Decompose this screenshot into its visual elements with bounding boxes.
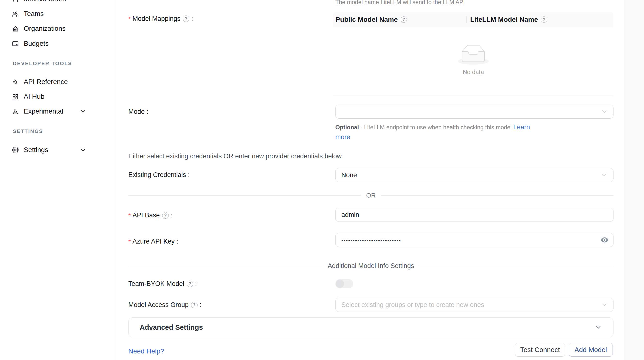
add-model-form: The model name LiteLLM will send to the … [116,0,644,360]
existing-credentials-value: None [341,172,357,179]
model-mappings-table: Public Model Name ? LiteLLM Model Name ? [333,12,614,96]
api-base-label: API Base [132,212,160,219]
required-asterisk: * [128,238,131,246]
sidebar-item-label: Settings [24,146,48,154]
right-gutter [624,0,644,360]
mode-help-text: Optional - LiteLLM endpoint to use when … [335,122,538,142]
sidebar-item-label: Experimental [24,108,63,115]
add-model-button[interactable]: Add Model [569,343,613,356]
table-header-litellm-model-name: LiteLLM Model Name ? [464,16,547,24]
advanced-settings-panel[interactable]: Advanced Settings [128,318,614,337]
table-header: Public Model Name ? LiteLLM Model Name ? [333,12,614,27]
existing-credentials-select[interactable]: None [335,168,614,182]
chevron-down-icon [601,172,608,179]
need-help-link[interactable]: Need Help? [128,348,164,355]
add-model-page: Internal Users Teams Organizations Budge… [0,0,644,360]
api-base-label-row: * API Base ? : [128,211,172,219]
column-divider [466,16,467,23]
sidebar-item-label: Internal Users [24,0,66,3]
table-body-empty: No data [333,27,614,96]
flask-icon [12,108,19,115]
help-icon[interactable]: ? [162,212,169,218]
sidebar-item-label: Organizations [24,25,66,32]
masked-password-value: •••••••••••••••••••••••••• [341,238,401,243]
bank-icon [12,26,19,32]
model-mappings-label: Model Mappings [132,15,180,22]
chevron-down-icon [601,301,608,308]
empty-box-icon [458,45,489,66]
sidebar-item-label: Teams [24,10,44,18]
help-icon[interactable]: ? [183,16,189,22]
sidebar-section-developer-tools: DEVELOPER TOOLS [13,60,72,66]
azure-api-key-label-row: * Azure API Key : [128,237,178,246]
model-mappings-label-row: * Model Mappings ? : [128,14,193,23]
required-asterisk: * [128,16,131,23]
advanced-settings-label: Advanced Settings [140,324,203,332]
sidebar-item-label: Budgets [24,40,49,48]
sidebar-item-ai-hub[interactable]: AI Hub [0,91,116,102]
table-header-public-model-name: Public Model Name ? [333,16,464,24]
sidebar-item-api-reference[interactable]: API Reference [0,76,116,88]
chevron-down-icon [80,147,86,153]
model-access-group-label-row: Model Access Group ? : [128,301,201,309]
users-icon [12,11,19,17]
sidebar-item-settings[interactable]: Settings [0,144,116,156]
grid-icon [12,94,19,100]
model-access-group-label: Model Access Group [128,301,188,309]
credit-card-icon [12,40,19,47]
gear-icon [12,147,19,153]
sidebar-item-budgets[interactable]: Budgets [0,38,116,49]
mode-label: Mode [128,108,145,116]
azure-api-key-input[interactable]: •••••••••••••••••••••••••• [335,233,614,247]
team-byok-label: Team-BYOK Model [128,280,184,288]
sidebar-item-label: API Reference [24,78,68,86]
sidebar-item-internal-users[interactable]: Internal Users [0,0,116,4]
required-asterisk: * [128,212,131,220]
credentials-instruction: Either select existing credentials OR en… [128,152,342,160]
help-icon[interactable]: ? [191,302,198,308]
toggle-knob [336,280,344,288]
plug-icon [12,79,19,85]
help-icon[interactable]: ? [541,16,547,23]
api-base-value: admin [341,211,359,218]
no-data-text: No data [463,68,484,76]
user-icon [12,0,19,2]
api-base-input[interactable]: admin [335,208,614,222]
chevron-down-icon [601,108,608,115]
existing-credentials-label-row: Existing Credentials : [128,171,190,179]
team-byok-label-row: Team-BYOK Model ? : [128,280,197,288]
or-divider: OR [128,192,614,199]
sidebar-item-label: AI Hub [24,93,44,100]
test-connect-button[interactable]: Test Connect [515,343,565,356]
sidebar-item-organizations[interactable]: Organizations [0,23,116,34]
sidebar-item-teams[interactable]: Teams [0,8,116,19]
model-name-help-text: The model name LiteLLM will send to the … [335,0,465,7]
help-icon[interactable]: ? [401,16,407,23]
eye-icon[interactable] [600,236,609,244]
mode-label-row: Mode : [128,108,148,116]
existing-credentials-label: Existing Credentials [128,171,186,179]
help-icon[interactable]: ? [187,280,193,287]
model-access-group-placeholder: Select existing groups or type to create… [341,301,484,309]
chevron-down-icon [80,108,86,114]
team-byok-toggle[interactable] [335,279,353,288]
model-access-group-select[interactable]: Select existing groups or type to create… [335,298,614,312]
azure-api-key-label: Azure API Key [132,238,174,245]
additional-settings-divider: Additional Model Info Settings [128,262,614,270]
sidebar-item-experimental[interactable]: Experimental [0,106,116,117]
chevron-down-icon [594,324,602,331]
sidebar-section-settings: SETTINGS [13,128,43,134]
sidebar: Internal Users Teams Organizations Budge… [0,0,116,360]
mode-select[interactable] [335,104,614,119]
